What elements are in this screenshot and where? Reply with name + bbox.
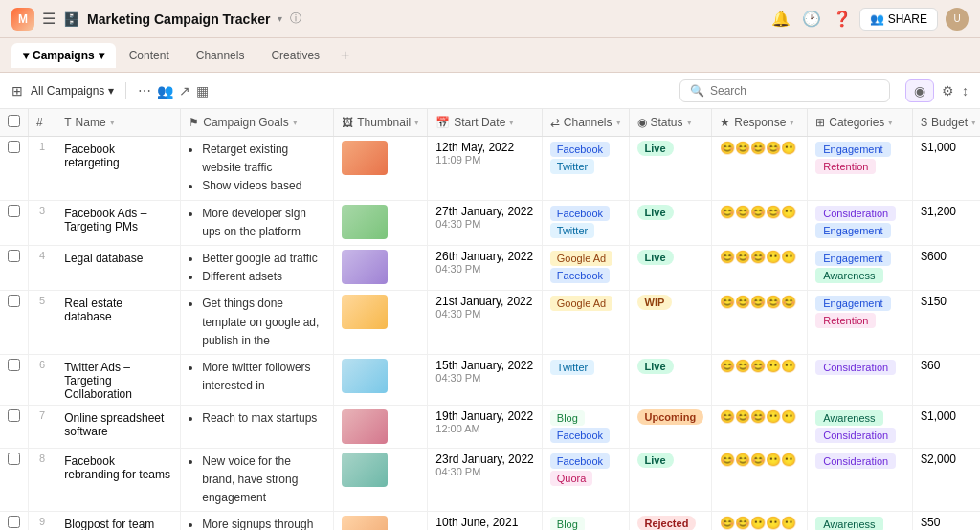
category-tag: Retention: [815, 159, 876, 174]
nav-icons: 🔔 🕑 ❓: [771, 10, 852, 28]
header-name-icon: T: [64, 116, 71, 129]
title-chevron-icon[interactable]: ▾: [278, 13, 282, 24]
row-categories: AwarenessEngagement: [808, 512, 913, 530]
header-response[interactable]: ★ Response ▾: [712, 109, 808, 137]
row-budget: $2,000: [913, 448, 980, 512]
row-goals: Better google ad trafficDifferent adsets: [181, 245, 334, 290]
bell-icon[interactable]: 🔔: [771, 10, 791, 28]
row-checkbox[interactable]: [8, 295, 20, 307]
row-status: Rejected: [629, 512, 712, 530]
row-status: WIP: [629, 291, 712, 355]
header-goals-sort-icon[interactable]: ▾: [293, 118, 298, 127]
header-num: #: [29, 109, 56, 137]
add-tab-button[interactable]: +: [333, 43, 357, 68]
channel-tag: Facebook: [550, 268, 610, 283]
row-goals: Get things done template on google ad, p…: [181, 291, 334, 355]
channel-tag: Quora: [550, 471, 593, 486]
row-number: 9: [29, 512, 56, 530]
row-checkbox[interactable]: [8, 409, 20, 422]
row-status: Live: [629, 448, 712, 512]
row-checkbox[interactable]: [8, 359, 20, 371]
row-categories: EngagementRetention: [808, 291, 913, 355]
row-thumbnail: [334, 512, 428, 530]
info-icon[interactable]: ⓘ: [290, 11, 301, 27]
row-goals: Retarget existing website trafficShow vi…: [181, 137, 334, 201]
tab-campaigns[interactable]: ▾ Campaigns ▾: [11, 43, 116, 68]
toolbar-view-icon[interactable]: ▦: [196, 83, 209, 99]
category-tag: Engagement: [815, 142, 890, 157]
all-campaigns-filter[interactable]: All Campaigns ▾: [31, 84, 114, 98]
settings-icon[interactable]: ⚙: [942, 83, 954, 99]
search-input[interactable]: [710, 84, 880, 98]
header-budget[interactable]: $ Budget ▾: [913, 109, 980, 137]
row-checkbox[interactable]: [8, 453, 20, 465]
header-date-sort-icon[interactable]: ▾: [509, 118, 514, 127]
table-row: 9Blogpost for team collaborationMore sig…: [0, 512, 980, 530]
app-title: Marketing Campaign Tracker: [87, 11, 270, 27]
row-budget: $1,200: [913, 200, 980, 245]
tab-bar: ▾ Campaigns ▾ Content Channels Creatives…: [0, 38, 980, 73]
row-name: Real estate database: [56, 291, 181, 355]
tab-channels[interactable]: Channels: [183, 43, 258, 68]
row-response: 😊😊😶😶😶: [712, 512, 808, 530]
table-container: # T Name ▾ ⚑ Campaign Goals ▾ 🖼 Thumbnai…: [0, 109, 980, 530]
tab-content[interactable]: Content: [116, 43, 183, 68]
row-thumbnail: [334, 200, 428, 245]
status-badge: WIP: [637, 295, 673, 310]
row-date: 23rd January, 202204:30 PM: [428, 448, 543, 512]
row-name: Blogpost for team collaboration: [56, 512, 181, 530]
status-badge: Live: [637, 250, 674, 265]
header-thumbnail[interactable]: 🖼 Thumbnail ▾: [334, 109, 428, 137]
header-response-sort-icon[interactable]: ▾: [790, 118, 794, 127]
row-number: 1: [29, 137, 56, 201]
menu-icon[interactable]: ☰: [42, 10, 56, 28]
row-channels: FacebookQuora: [542, 448, 629, 512]
toolbar-group-icon[interactable]: 👥: [157, 83, 173, 99]
header-goals[interactable]: ⚑ Campaign Goals ▾: [181, 109, 334, 137]
row-status: Live: [629, 245, 712, 290]
header-channels[interactable]: ⇄ Channels ▾: [542, 109, 629, 137]
row-checkbox[interactable]: [8, 250, 20, 262]
header-name-sort-icon[interactable]: ▾: [110, 118, 115, 127]
status-badge: Live: [637, 205, 674, 220]
search-bar[interactable]: 🔍: [679, 79, 890, 102]
header-goals-icon: ⚑: [189, 116, 199, 129]
row-categories: ConsiderationEngagement: [808, 200, 913, 245]
header-categories[interactable]: ⊞ Categories ▾: [808, 109, 913, 137]
header-channels-sort-icon[interactable]: ▾: [616, 118, 621, 127]
row-categories: EngagementAwareness: [808, 245, 913, 290]
table-row: 8Facebook rebranding for teamsNew voice …: [0, 448, 980, 512]
row-response: 😊😊😊😶😶: [712, 405, 808, 448]
history-icon[interactable]: 🕑: [802, 10, 821, 28]
status-badge: Rejected: [637, 516, 697, 530]
category-tag: Engagement: [815, 223, 890, 238]
channel-tag: Twitter: [550, 159, 594, 174]
row-goals: New voice for the brand, have strong eng…: [181, 448, 334, 512]
tab-creatives[interactable]: Creatives: [257, 43, 333, 68]
header-status-sort-icon[interactable]: ▾: [687, 118, 692, 127]
header-budget-sort-icon[interactable]: ▾: [971, 118, 976, 127]
row-checkbox[interactable]: [8, 205, 20, 217]
row-categories: EngagementRetention: [808, 137, 913, 201]
help-icon[interactable]: ❓: [833, 10, 852, 28]
header-name[interactable]: T Name ▾: [56, 109, 181, 137]
toolbar-dots-icon[interactable]: ⋯: [138, 83, 151, 99]
header-categories-sort-icon[interactable]: ▾: [888, 118, 893, 127]
header-thumb-sort-icon[interactable]: ▾: [414, 118, 419, 127]
row-date: 15th January, 202204:30 PM: [428, 354, 543, 405]
header-date[interactable]: 📅 Start Date ▾: [428, 109, 543, 137]
row-checkbox[interactable]: [8, 141, 20, 153]
header-check[interactable]: [0, 109, 29, 137]
channel-tag: Twitter: [550, 223, 594, 238]
table-row: 6Twitter Ads – Targeting CollaborationMo…: [0, 354, 980, 405]
grid-view-icon[interactable]: ⊞: [11, 83, 23, 99]
row-checkbox[interactable]: [8, 516, 20, 528]
category-tag: Awareness: [815, 268, 882, 283]
sort-icon[interactable]: ↕: [962, 83, 969, 99]
select-all-checkbox[interactable]: [8, 115, 20, 127]
header-status[interactable]: ◉ Status ▾: [629, 109, 712, 137]
row-channels: Google AdFacebook: [542, 245, 629, 290]
toolbar-share-icon[interactable]: ↗: [179, 83, 190, 99]
filter-button[interactable]: ◉: [905, 79, 934, 102]
share-button[interactable]: 👥 SHARE: [859, 8, 938, 31]
